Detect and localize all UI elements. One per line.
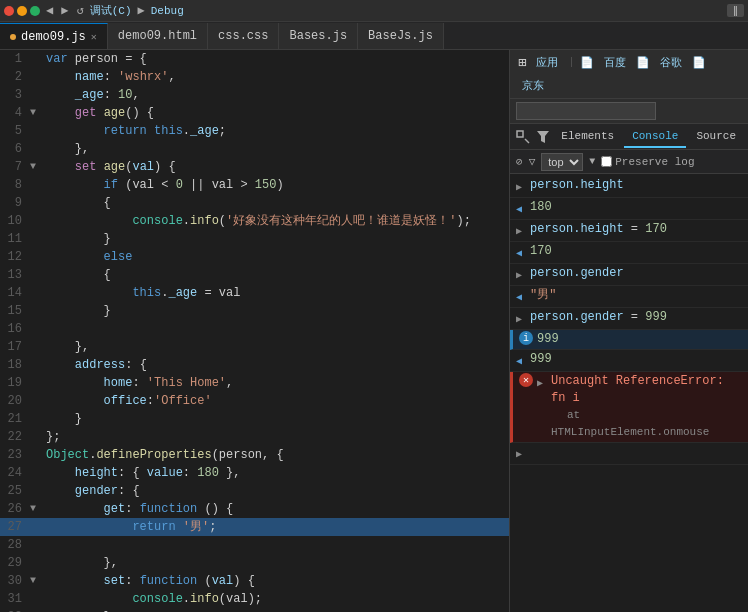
bookmark-baidu[interactable]: 百度: [600, 54, 630, 71]
devtools-search-bar: [510, 99, 748, 124]
tab-demo09js[interactable]: demo09.js ✕: [0, 23, 108, 49]
expand-arrow[interactable]: ▶: [516, 265, 526, 284]
fold-arrow: [30, 446, 44, 464]
code-content: return this._age;: [44, 122, 509, 140]
inspect-element-icon[interactable]: [514, 126, 532, 148]
filter-devtools-icon[interactable]: [534, 126, 552, 148]
expand-arrow[interactable]: ▶: [516, 221, 526, 240]
devtools-panel: ⊞ 应用 | 📄 百度 📄 谷歌 📄 京东: [510, 50, 748, 612]
console-text: 180: [530, 199, 742, 216]
code-content: }: [44, 410, 509, 428]
expand-arrow[interactable]: ▶: [537, 373, 547, 392]
minimize-window-button[interactable]: [17, 6, 27, 16]
filter-icon[interactable]: ▽: [529, 155, 536, 168]
bookmark-apps[interactable]: 应用: [532, 54, 562, 71]
fold-arrow: [30, 374, 44, 392]
line-number: 1: [0, 50, 30, 68]
line-number: 12: [0, 248, 30, 266]
fold-arrow: [30, 266, 44, 284]
console-output[interactable]: ▶ person.height ◀ 180 ▶ person.height = …: [510, 174, 748, 612]
table-row: 21 }: [0, 410, 509, 428]
fold-arrow[interactable]: [30, 50, 44, 68]
list-item: ◀ 180: [510, 198, 748, 220]
tab-elements[interactable]: Elements: [553, 126, 622, 148]
line-number: 10: [0, 212, 30, 230]
line-number: 11: [0, 230, 30, 248]
line-number: 32: [0, 608, 30, 612]
line-number: 9: [0, 194, 30, 212]
tab-demo09html[interactable]: demo09.html: [108, 23, 208, 49]
fold-arrow[interactable]: ▼: [30, 158, 44, 176]
table-row: 25 gender: {: [0, 482, 509, 500]
code-content: Object.defineProperties(person, {: [44, 446, 509, 464]
maximize-window-button[interactable]: [30, 6, 40, 16]
tab-basejs[interactable]: Bases.js: [279, 23, 358, 49]
back-button[interactable]: ◀: [44, 3, 55, 18]
forward-button[interactable]: ▶: [59, 3, 70, 18]
fold-arrow[interactable]: ▼: [30, 104, 44, 122]
no-entry-icon[interactable]: ⊘: [516, 155, 523, 168]
info-icon: i: [519, 331, 533, 345]
tab-console[interactable]: Console: [624, 126, 686, 148]
fold-arrow[interactable]: ▼: [30, 572, 44, 590]
code-content: console.info('好象没有这种年纪的人吧！谁道是妖怪！');: [44, 212, 509, 230]
debug-mode-label: Debug: [151, 5, 184, 17]
devtools-search-input[interactable]: [516, 102, 656, 120]
code-content: else: [44, 248, 509, 266]
preserve-log-label: Preserve log: [601, 156, 694, 168]
preserve-log-checkbox[interactable]: [601, 156, 612, 167]
line-number: 7: [0, 158, 30, 176]
tab-sources[interactable]: Source: [688, 126, 744, 148]
line-number: 28: [0, 536, 30, 554]
code-content: address: {: [44, 356, 509, 374]
refresh-button[interactable]: ↺: [74, 3, 85, 18]
tab-close-button[interactable]: ✕: [91, 31, 97, 43]
code-content: {: [44, 266, 509, 284]
fold-arrow: [30, 302, 44, 320]
list-item: ◀ "男": [510, 286, 748, 308]
browser-top-bar: ◀ ▶ ↺ 调试(C) ▶ Debug ‖: [0, 0, 748, 22]
table-row: 32 }: [0, 608, 509, 612]
svg-line-1: [525, 139, 529, 143]
code-content: this._age = val: [44, 284, 509, 302]
traffic-lights: [4, 6, 40, 16]
debug-label: 调试(C): [90, 3, 132, 18]
code-content: }: [44, 230, 509, 248]
fold-arrow: [30, 590, 44, 608]
table-row: 29 },: [0, 554, 509, 572]
tab-cssfile[interactable]: css.css: [208, 23, 279, 49]
fold-arrow: [30, 338, 44, 356]
code-content: }: [44, 608, 509, 612]
bookmark-google[interactable]: 谷歌: [656, 54, 686, 71]
pause-button[interactable]: ‖: [727, 4, 744, 17]
fold-arrow: [30, 122, 44, 140]
code-content: if (val < 0 || val > 150): [44, 176, 509, 194]
line-number: 17: [0, 338, 30, 356]
console-text: 170: [530, 243, 742, 260]
expand-arrow[interactable]: ▶: [516, 444, 526, 463]
table-row: 5 return this._age;: [0, 122, 509, 140]
list-item: ▶ person.height: [510, 176, 748, 198]
context-filter-select[interactable]: top: [541, 153, 583, 171]
console-text: person.height: [530, 177, 742, 194]
table-row: 12 else: [0, 248, 509, 266]
fold-arrow: [30, 428, 44, 446]
expand-arrow[interactable]: ▶: [516, 177, 526, 196]
run-button[interactable]: ▶: [138, 3, 145, 18]
line-number: 22: [0, 428, 30, 446]
bookmark-jd[interactable]: 京东: [518, 77, 548, 94]
table-row: 19 home: 'This Home',: [0, 374, 509, 392]
code-content: {: [44, 194, 509, 212]
fold-arrow: [30, 554, 44, 572]
code-content: name: 'wshrx',: [44, 68, 509, 86]
fold-arrow: [30, 608, 44, 612]
close-window-button[interactable]: [4, 6, 14, 16]
line-number: 16: [0, 320, 30, 338]
console-text: "男": [530, 287, 742, 304]
fold-arrow[interactable]: ▼: [30, 500, 44, 518]
table-row: 14 this._age = val: [0, 284, 509, 302]
tab-basejsjs[interactable]: BaseJs.js: [358, 23, 444, 49]
expand-arrow[interactable]: ▶: [516, 309, 526, 328]
context-filter-chevron: ▼: [589, 156, 595, 167]
code-editor[interactable]: 1 var person = { 2 name: 'wshrx', 3 _age…: [0, 50, 510, 612]
